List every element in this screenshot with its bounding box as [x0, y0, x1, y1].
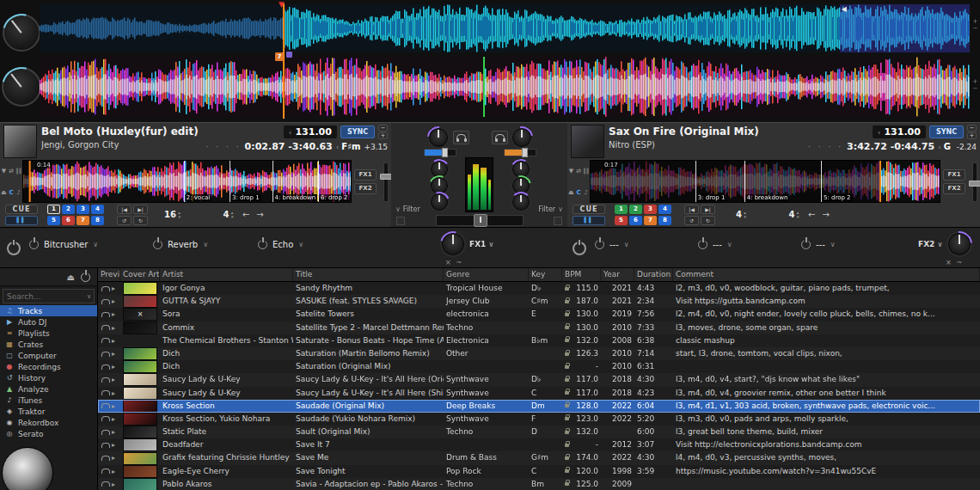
preview-headphone-icon[interactable]: [101, 390, 110, 395]
eject-icon[interactable]: ⏏: [1, 189, 7, 196]
eq-low-knob-deck2[interactable]: [512, 193, 530, 211]
swap-icon[interactable]: ⇄: [576, 168, 581, 175]
preview-eject-icon[interactable]: ⏏: [67, 273, 75, 282]
bpm-display[interactable]: ‹131.00: [873, 126, 926, 138]
wave-view-icon[interactable]: ▼: [2, 168, 6, 175]
gain-knob-deck1[interactable]: [429, 128, 448, 147]
preview-play-icon[interactable]: ▸: [112, 334, 115, 347]
col-key[interactable]: Key: [529, 268, 562, 281]
crossfader[interactable]: [436, 215, 524, 226]
hotcue-button-6[interactable]: 6: [629, 216, 642, 225]
eject-icon[interactable]: ⏏: [568, 189, 574, 196]
pitch-slider[interactable]: [379, 160, 391, 203]
table-row[interactable]: ▸Igor GonyaSandy RhythmTropical HouseD♭1…: [98, 282, 980, 295]
hotcue-button-7[interactable]: 7: [644, 216, 657, 225]
col-comment[interactable]: Comment: [673, 268, 980, 281]
quantize-icon[interactable]: C: [9, 189, 13, 196]
eq-low-knob-deck1[interactable]: [431, 193, 448, 211]
preview-headphone-icon[interactable]: [101, 299, 110, 304]
crossfader-handle[interactable]: [474, 214, 487, 227]
sync-button[interactable]: SYNC: [340, 126, 375, 138]
table-row[interactable]: ▸DichSaturation (Martin Bellomo Remix)Ot…: [98, 347, 980, 360]
keylock-icon[interactable]: ♪: [16, 189, 20, 196]
preview-headphone-icon[interactable]: [101, 416, 110, 421]
table-row[interactable]: ▸Kross Section, Yukio NoharaSaudade (Yuk…: [98, 413, 980, 426]
table-row[interactable]: ▸GUTTA & SJAYYSASUKE (feat. STYLES SAVAG…: [98, 295, 980, 308]
key-expand-icon[interactable]: ‹: [938, 143, 941, 151]
sync-button[interactable]: SYNC: [929, 126, 964, 138]
beatjump-back-button[interactable]: ←: [808, 210, 815, 219]
preview-headphone-icon[interactable]: [101, 456, 110, 461]
sidebar-item-computer[interactable]: ▢Computer: [0, 350, 97, 361]
spin-down-icon[interactable]: ▾: [744, 215, 746, 219]
preview-headphone-icon[interactable]: [101, 338, 110, 343]
fx-unit2-power-icon[interactable]: [573, 242, 586, 255]
preview-play-icon[interactable]: ▸: [112, 400, 115, 413]
sidebar-item-rekordbox[interactable]: ◉Rekordbox: [0, 417, 97, 428]
fx-slot-5[interactable]: --- ∨: [698, 240, 732, 249]
preview-power-icon[interactable]: [81, 273, 90, 282]
col-duration[interactable]: Duration: [634, 268, 673, 281]
preview-headphone-icon[interactable]: [101, 352, 110, 357]
preview-headphone-icon[interactable]: [101, 469, 110, 474]
loop-toggle-button[interactable]: ↻: [701, 216, 715, 225]
spin-down-icon[interactable]: ▾: [178, 215, 181, 219]
rate-plus-button[interactable]: +: [378, 132, 388, 139]
sidebar-item-crates[interactable]: ▦Crates: [0, 339, 97, 350]
zoom-out-icon[interactable]: −: [971, 86, 979, 92]
effect-selector[interactable]: ---: [713, 240, 722, 249]
quantize-icon[interactable]: C: [576, 189, 580, 196]
preview-play-icon[interactable]: ▸: [112, 360, 115, 373]
zoom-out-icon[interactable]: −: [971, 26, 979, 32]
hotcue-button-8[interactable]: 8: [91, 216, 104, 225]
preview-headphone-icon[interactable]: [101, 377, 110, 383]
hotcue-button-6[interactable]: 6: [62, 216, 75, 225]
fx2-routing-icons[interactable]: ×~: [946, 259, 967, 266]
headphone-cue-deck2[interactable]: [492, 131, 508, 144]
fx1-assign-button[interactable]: FX1: [354, 169, 377, 181]
fx2-assign-button[interactable]: FX2: [354, 183, 377, 194]
overview-waveform[interactable]: 0:17 3: drop 14: breakdown5: drop 2: [590, 160, 940, 203]
hotcue-button-7[interactable]: 7: [77, 216, 89, 225]
effect-selector[interactable]: ---: [816, 240, 825, 249]
wave-view-icon[interactable]: ▼: [569, 168, 573, 175]
fx1-super-knob[interactable]: [442, 233, 464, 255]
sidebar-item-itunes[interactable]: ♪iTunes: [0, 395, 97, 406]
beatjump-forward-button[interactable]: →: [256, 210, 263, 219]
volume-fader-deck1[interactable]: [424, 149, 456, 156]
preview-headphone-icon[interactable]: [101, 443, 110, 448]
table-row[interactable]: ▸Saucy Lady & U-KeySaucy Lady & U-Key - …: [98, 373, 980, 386]
loop-in-button[interactable]: |◀: [117, 205, 132, 214]
preview-play-icon[interactable]: ▸: [112, 295, 115, 308]
volume-fader-deck2[interactable]: [504, 149, 536, 156]
fx-unit1-power-icon[interactable]: [7, 242, 21, 255]
bpm-expand-icon[interactable]: ‹: [878, 128, 881, 137]
table-row[interactable]: ▸×SoraSatelite TowerselectronicaE130.020…: [98, 308, 980, 321]
pitch-slider-handle[interactable]: [380, 174, 392, 180]
preview-play-icon[interactable]: ▸: [112, 322, 115, 334]
preview-play-icon[interactable]: ▸: [112, 413, 115, 426]
preview-headphone-icon[interactable]: [101, 312, 110, 317]
preview-play-icon[interactable]: ▸: [112, 308, 115, 321]
gain-knob-deck2[interactable]: [512, 128, 531, 147]
hotcue-button-8[interactable]: 8: [658, 216, 671, 225]
col-bpm[interactable]: BPM: [562, 268, 601, 281]
spin-down-icon[interactable]: ▾: [797, 215, 799, 219]
quick-effect-deck1[interactable]: ∨Filter: [395, 205, 420, 213]
table-row[interactable]: ▸DeadfaderSave It 7-20123:07Visit http:/…: [98, 438, 980, 451]
effect-power-icon[interactable]: [595, 240, 604, 249]
effect-power-icon[interactable]: [258, 240, 267, 249]
loop-size-spinbox[interactable]: 4 ▴▾: [732, 210, 746, 219]
rate-plus-button[interactable]: +: [967, 132, 977, 139]
beatgrid-icon[interactable]: ∥∥: [583, 168, 589, 175]
sidebar-item-tracks[interactable]: ♫Tracks: [0, 305, 97, 316]
beatjump-back-button[interactable]: ←: [242, 210, 249, 219]
col-cover-art[interactable]: Cover Art: [120, 268, 160, 281]
waveform-deck2[interactable]: [40, 57, 970, 117]
fx-slot-3[interactable]: Echo ∨: [258, 240, 303, 249]
bpm-display[interactable]: ‹131.00: [284, 126, 337, 138]
pitch-slider-handle[interactable]: [969, 181, 980, 187]
loop-size-spinbox[interactable]: 16 ▴▾: [164, 210, 180, 219]
effect-power-icon[interactable]: [153, 240, 162, 249]
preview-play-icon[interactable]: ▸: [112, 282, 115, 295]
